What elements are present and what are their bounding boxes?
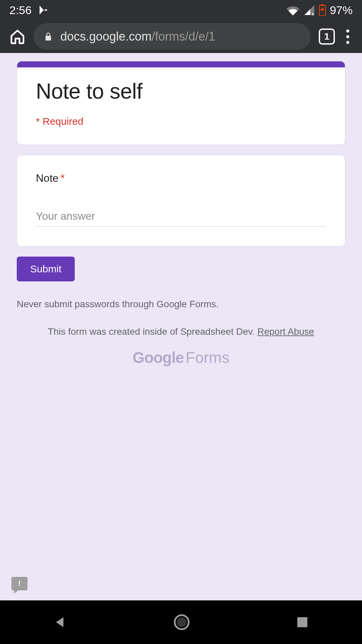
required-note: * Required [36, 116, 326, 127]
feedback-icon[interactable]: ! [11, 577, 27, 590]
lock-icon [44, 31, 53, 42]
svg-rect-4 [321, 9, 324, 10]
origin-text: This form was created inside of Spreadsh… [48, 326, 257, 337]
submit-button[interactable]: Submit [17, 257, 75, 281]
accent-bar [17, 61, 345, 67]
report-abuse-link[interactable]: Report Abuse [257, 326, 314, 337]
brand-forms: Forms [186, 349, 229, 366]
url-path: /forms/d/e/1 [152, 30, 215, 43]
cell-signal-icon: x [304, 5, 315, 15]
form-title: Note to self [36, 79, 326, 104]
tab-count: 1 [324, 31, 329, 42]
question-label: Note [36, 172, 59, 184]
status-time: 2:56 [9, 4, 32, 17]
svg-point-6 [177, 617, 186, 627]
required-asterisk: * [61, 172, 65, 184]
google-forms-brand[interactable]: GoogleForms [17, 348, 345, 367]
tab-switcher[interactable]: 1 [319, 29, 335, 45]
form-header-card: Note to self * Required [17, 61, 345, 145]
nav-back-icon[interactable] [53, 615, 68, 630]
url-host: docs.google.com [60, 30, 152, 43]
android-navbar [0, 600, 362, 644]
nav-home-icon[interactable] [173, 614, 190, 631]
wifi-icon [286, 5, 300, 15]
status-left: 2:56 [9, 4, 49, 17]
brand-google: Google [133, 349, 184, 366]
status-right: x 97% [286, 4, 353, 17]
answer-input[interactable] [36, 206, 326, 227]
page-content: Note to self * Required Note* Submit Nev… [0, 53, 362, 600]
svg-rect-7 [297, 617, 307, 627]
password-disclaimer: Never submit passwords through Google Fo… [17, 299, 345, 310]
play-store-icon [38, 4, 49, 16]
browser-toolbar: docs.google.com/forms/d/e/1 1 [0, 20, 362, 53]
battery-icon [319, 4, 326, 16]
url-text: docs.google.com/forms/d/e/1 [60, 30, 215, 44]
overflow-menu-icon[interactable] [343, 30, 353, 44]
svg-text:x: x [312, 11, 314, 15]
svg-rect-2 [321, 4, 324, 6]
question-card: Note* [17, 155, 345, 247]
question-label-row: Note* [36, 172, 326, 184]
nav-recents-icon[interactable] [296, 615, 309, 629]
status-bar: 2:56 x 97% [0, 0, 362, 20]
battery-percent: 97% [330, 4, 353, 17]
home-icon[interactable] [9, 29, 25, 45]
form-origin: This form was created inside of Spreadsh… [17, 326, 345, 337]
url-bar[interactable]: docs.google.com/forms/d/e/1 [34, 23, 311, 50]
